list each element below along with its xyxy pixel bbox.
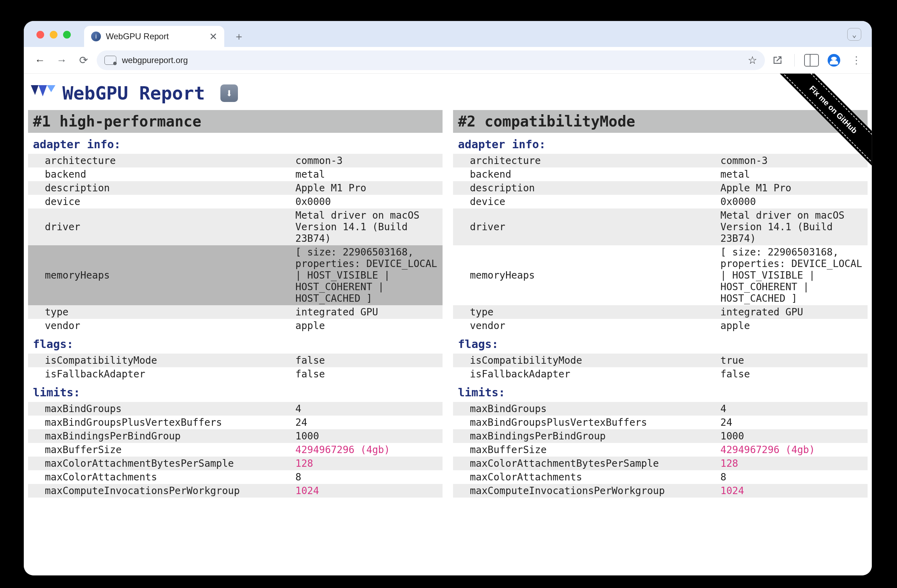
limits-table: maxBindGroups4maxBindGroupsPlusVertexBuf…	[453, 402, 868, 498]
table-row: maxColorAttachmentBytesPerSample128	[453, 456, 868, 470]
property-key: maxColorAttachments	[28, 470, 293, 484]
table-row: architecturecommon-3	[453, 154, 868, 167]
svg-marker-0	[31, 85, 38, 95]
property-key: isCompatibilityMode	[28, 354, 293, 367]
window-controls	[37, 31, 71, 38]
table-row: maxBindingsPerBindGroup1000	[28, 429, 442, 443]
property-value: 8	[718, 470, 868, 484]
zoom-window-icon[interactable]	[63, 31, 71, 38]
kebab-menu-icon[interactable]: ⋮	[849, 52, 864, 68]
property-value: 4	[718, 402, 868, 416]
property-value: 24	[293, 416, 442, 429]
profile-avatar[interactable]	[826, 52, 842, 68]
property-key: maxBindGroupsPlusVertexBuffers	[453, 416, 718, 429]
property-key: maxComputeInvocationsPerWorkgroup	[453, 484, 718, 498]
reload-button[interactable]: ⟳	[75, 52, 92, 69]
property-key: maxComputeInvocationsPerWorkgroup	[28, 484, 293, 498]
column-header: #2 compatibilityMode	[453, 110, 868, 133]
property-value: common-3	[293, 154, 442, 167]
property-key: driver	[453, 208, 718, 245]
property-key: memoryHeaps	[28, 245, 293, 305]
url-text: webgpureport.org	[122, 55, 188, 65]
property-key: vendor	[28, 319, 293, 332]
table-row: maxBindGroups4	[453, 402, 868, 416]
property-key: maxBufferSize	[453, 443, 718, 456]
property-key: maxBindingsPerBindGroup	[28, 429, 293, 443]
adapter-info-table: architecturecommon-3backendmetaldescript…	[28, 154, 442, 332]
webgpu-logo-icon	[31, 85, 55, 101]
table-row: descriptionApple M1 Pro	[28, 181, 442, 195]
property-value: 4294967296 (4gb)	[293, 443, 442, 456]
table-row: maxComputeInvocationsPerWorkgroup1024	[453, 484, 868, 498]
property-value: Metal driver on macOS Version 14.1 (Buil…	[718, 208, 868, 245]
table-row: memoryHeaps[ size: 22906503168, properti…	[453, 245, 868, 305]
property-key: backend	[28, 167, 293, 181]
property-key: backend	[453, 167, 718, 181]
property-value: [ size: 22906503168, properties: DEVICE_…	[293, 245, 442, 305]
property-value: apple	[293, 319, 442, 332]
download-button[interactable]: ⬇	[220, 84, 238, 102]
property-value: 1024	[293, 484, 442, 498]
property-value: metal	[718, 167, 868, 181]
property-value: false	[293, 367, 442, 381]
table-row: architecturecommon-3	[28, 154, 442, 167]
browser-tab[interactable]: i WebGPU Report ✕	[84, 26, 224, 47]
table-row: driverMetal driver on macOS Version 14.1…	[28, 208, 442, 245]
tab-strip: i WebGPU Report ✕ ＋ ⌄	[24, 21, 872, 47]
close-tab-icon[interactable]: ✕	[209, 31, 217, 42]
minimize-window-icon[interactable]	[50, 31, 57, 38]
property-value: 4	[293, 402, 442, 416]
tab-overflow-button[interactable]: ⌄	[847, 28, 861, 41]
property-key: description	[453, 181, 718, 195]
table-row: vendorapple	[453, 319, 868, 332]
browser-window: i WebGPU Report ✕ ＋ ⌄ ← → ⟳ webgpureport…	[24, 21, 872, 576]
property-key: isFallbackAdapter	[453, 367, 718, 381]
browser-toolbar: ← → ⟳ webgpureport.org ☆ ⋮	[24, 47, 872, 74]
table-row: descriptionApple M1 Pro	[453, 181, 868, 195]
property-value: 0x0000	[718, 195, 868, 208]
table-row: memoryHeaps[ size: 22906503168, properti…	[28, 245, 442, 305]
property-value: 1000	[293, 429, 442, 443]
table-row: backendmetal	[453, 167, 868, 181]
limits-table: maxBindGroups4maxBindGroupsPlusVertexBuf…	[28, 402, 442, 498]
property-value: true	[718, 354, 868, 367]
new-tab-button[interactable]: ＋	[230, 28, 248, 46]
bookmark-icon[interactable]: ☆	[748, 54, 757, 66]
table-row: maxColorAttachments8	[453, 470, 868, 484]
tab-title: WebGPU Report	[106, 32, 169, 41]
table-row: isFallbackAdapterfalse	[453, 367, 868, 381]
property-key: device	[453, 195, 718, 208]
flags-table: isCompatibilityModefalseisFallbackAdapte…	[28, 354, 442, 381]
property-value: Apple M1 Pro	[293, 181, 442, 195]
adapter-info-heading: adapter info:	[453, 133, 868, 154]
site-info-icon[interactable]	[104, 56, 116, 65]
address-bar[interactable]: webgpureport.org ☆	[97, 51, 765, 70]
property-key: maxBindGroups	[453, 402, 718, 416]
property-key: maxColorAttachmentBytesPerSample	[453, 456, 718, 470]
table-row: maxColorAttachments8	[28, 470, 442, 484]
table-row: isCompatibilityModefalse	[28, 354, 442, 367]
adapter-info-heading: adapter info:	[28, 133, 442, 154]
forward-button[interactable]: →	[53, 52, 70, 69]
page-title-text: WebGPU Report	[62, 83, 205, 104]
adapter-column: #1 high-performanceadapter info:architec…	[28, 110, 442, 498]
property-value: Apple M1 Pro	[718, 181, 868, 195]
back-button[interactable]: ←	[32, 52, 48, 69]
close-window-icon[interactable]	[37, 31, 44, 38]
table-row: maxComputeInvocationsPerWorkgroup1024	[28, 484, 442, 498]
side-panel-icon[interactable]	[804, 52, 819, 68]
property-key: device	[28, 195, 293, 208]
table-row: maxBufferSize4294967296 (4gb)	[453, 443, 868, 456]
property-key: type	[453, 305, 718, 319]
table-row: maxBindGroupsPlusVertexBuffers24	[28, 416, 442, 429]
property-value: Metal driver on macOS Version 14.1 (Buil…	[293, 208, 442, 245]
property-value: metal	[293, 167, 442, 181]
property-value: apple	[718, 319, 868, 332]
property-key: maxBindGroupsPlusVertexBuffers	[28, 416, 293, 429]
property-key: maxColorAttachmentBytesPerSample	[28, 456, 293, 470]
property-value: integrated GPU	[293, 305, 442, 319]
flags-heading: flags:	[28, 332, 442, 354]
extensions-icon[interactable]	[770, 52, 785, 68]
favicon-icon: i	[91, 32, 101, 41]
table-row: typeintegrated GPU	[28, 305, 442, 319]
